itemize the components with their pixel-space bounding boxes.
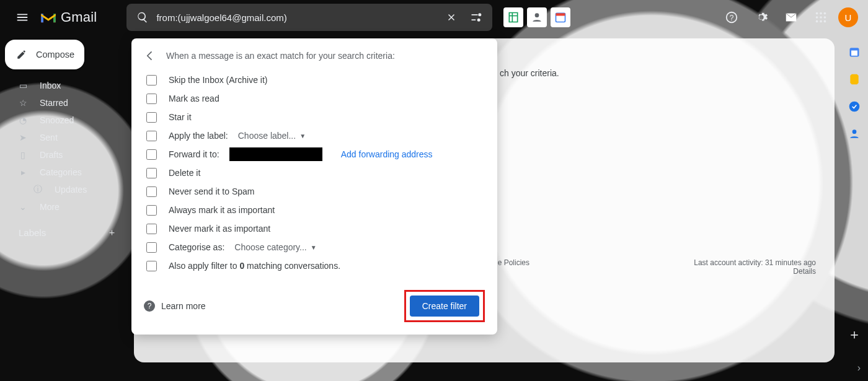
labels-heading: Labels ＋ (5, 216, 125, 239)
clear-search-icon[interactable] (439, 12, 464, 23)
compose-label: Compose (36, 50, 74, 59)
last-activity-text: Last account activity: 31 minutes ago (694, 258, 816, 267)
filter-heading: When a message is an exact match for you… (166, 51, 395, 61)
settings-icon[interactable] (749, 5, 774, 30)
svg-point-16 (852, 129, 857, 134)
rail-tasks-icon[interactable] (848, 100, 861, 113)
opt-always-important[interactable]: Always mark it as important (144, 201, 485, 219)
checkbox-mark-read[interactable] (146, 94, 157, 104)
notifications-icon[interactable] (779, 5, 804, 30)
rail-contacts-icon[interactable] (848, 128, 861, 140)
checkbox-apply-label[interactable] (146, 131, 157, 141)
search-input[interactable] (155, 12, 439, 24)
left-sidebar: Compose ▭Inbox ☆Starred ◔Snoozed ➤Sent ▯… (0, 35, 130, 381)
opt-apply-label[interactable]: Apply the label: Choose label...▼ (144, 126, 485, 145)
svg-point-9 (824, 16, 826, 19)
opt-forward[interactable]: Forward it to: Add forwarding address (144, 145, 485, 164)
forward-address-redacted (229, 147, 322, 161)
help-icon: ? (144, 300, 155, 312)
search-bar[interactable] (126, 4, 492, 31)
nav-categories[interactable]: ▸Categories (5, 164, 125, 181)
checkbox-forward[interactable] (146, 149, 157, 160)
opt-also-apply[interactable]: Also apply filter to 0 matching conversa… (144, 256, 485, 275)
checkbox-always-important[interactable] (146, 205, 157, 216)
addon-chips (503, 7, 570, 27)
addon-sheets-icon[interactable] (503, 7, 523, 27)
caret-down-icon: ▼ (299, 133, 306, 139)
svg-point-11 (820, 20, 822, 23)
opt-mark-read[interactable]: Mark as read (144, 89, 485, 108)
caret-down-icon: ▼ (311, 244, 317, 251)
checkbox-delete[interactable] (146, 168, 157, 178)
svg-point-0 (535, 13, 539, 17)
svg-point-12 (824, 20, 826, 23)
clock-icon: ◔ (17, 115, 29, 125)
pencil-icon (16, 49, 27, 60)
opt-categorise[interactable]: Categorise as: Choose category...▼ (144, 238, 485, 256)
support-icon[interactable]: ? (719, 5, 744, 30)
apps-icon[interactable] (808, 5, 833, 30)
svg-point-8 (820, 16, 822, 19)
search-icon (130, 11, 155, 24)
app-header: Gmail ? U (0, 0, 868, 35)
rail-collapse-icon[interactable]: › (857, 362, 861, 374)
nav-snoozed[interactable]: ◔Snoozed (5, 112, 125, 129)
svg-point-15 (849, 102, 860, 112)
svg-point-4 (816, 12, 818, 15)
gmail-wordmark: Gmail (61, 9, 97, 25)
nav-more[interactable]: ⌄More (5, 198, 125, 216)
gmail-logo[interactable]: Gmail (40, 9, 97, 25)
svg-point-7 (816, 16, 818, 19)
svg-point-5 (820, 12, 822, 15)
opt-skip-inbox[interactable]: Skip the Inbox (Archive it) (144, 71, 485, 89)
categories-icon: ▸ (17, 167, 29, 177)
checkbox-star[interactable] (146, 112, 157, 123)
nav-inbox[interactable]: ▭Inbox (5, 77, 125, 94)
rail-add-icon[interactable]: ＋ (848, 325, 861, 344)
svg-point-6 (824, 12, 826, 15)
create-filter-button[interactable]: Create filter (410, 296, 479, 317)
svg-rect-14 (851, 51, 857, 56)
checkbox-categorise[interactable] (146, 242, 157, 253)
opt-delete[interactable]: Delete it (144, 164, 485, 182)
send-icon: ➤ (17, 133, 29, 142)
rail-keep-icon[interactable] (848, 73, 861, 85)
opt-never-important[interactable]: Never mark it as important (144, 219, 485, 238)
rail-calendar-icon[interactable] (848, 46, 861, 58)
create-filter-highlight: Create filter (404, 290, 485, 322)
back-arrow-icon[interactable] (144, 50, 156, 62)
inbox-icon: ▭ (17, 81, 29, 90)
checkbox-also-apply[interactable] (146, 261, 157, 271)
file-icon: ▯ (17, 150, 29, 160)
add-label-icon[interactable]: ＋ (107, 227, 117, 239)
learn-more-link[interactable]: ? Learn more (144, 300, 206, 312)
checkbox-never-spam[interactable] (146, 186, 157, 197)
addon-calendar-icon[interactable] (551, 7, 570, 27)
svg-point-10 (816, 20, 818, 23)
menu-icon[interactable] (10, 5, 35, 30)
star-icon: ☆ (17, 98, 29, 108)
svg-text:?: ? (730, 14, 734, 22)
nav-starred[interactable]: ☆Starred (5, 94, 125, 112)
search-options-icon[interactable] (464, 11, 489, 24)
gmail-m-icon (40, 11, 57, 24)
info-icon: ⓘ (32, 184, 43, 195)
no-results-text: ch your criteria. (500, 68, 559, 78)
compose-button[interactable]: Compose (5, 40, 84, 69)
nav-updates[interactable]: ⓘUpdates (5, 181, 125, 198)
account-avatar[interactable]: U (838, 7, 858, 27)
checkbox-skip-inbox[interactable] (146, 75, 157, 85)
opt-star[interactable]: Star it (144, 108, 485, 126)
add-forwarding-link[interactable]: Add forwarding address (341, 149, 433, 159)
label-select[interactable]: Choose label...▼ (238, 131, 306, 141)
filter-popover: When a message is an exact match for you… (131, 38, 497, 335)
right-rail: ＋ › (841, 35, 868, 381)
checkbox-never-important[interactable] (146, 224, 157, 234)
nav-drafts[interactable]: ▯Drafts (5, 146, 125, 164)
opt-never-spam[interactable]: Never send it to Spam (144, 182, 485, 201)
nav-sent[interactable]: ➤Sent (5, 129, 125, 146)
chevron-down-icon: ⌄ (17, 202, 29, 212)
addon-contacts-icon[interactable] (527, 7, 547, 27)
details-link[interactable]: Details (793, 267, 816, 276)
category-select[interactable]: Choose category...▼ (234, 242, 316, 252)
